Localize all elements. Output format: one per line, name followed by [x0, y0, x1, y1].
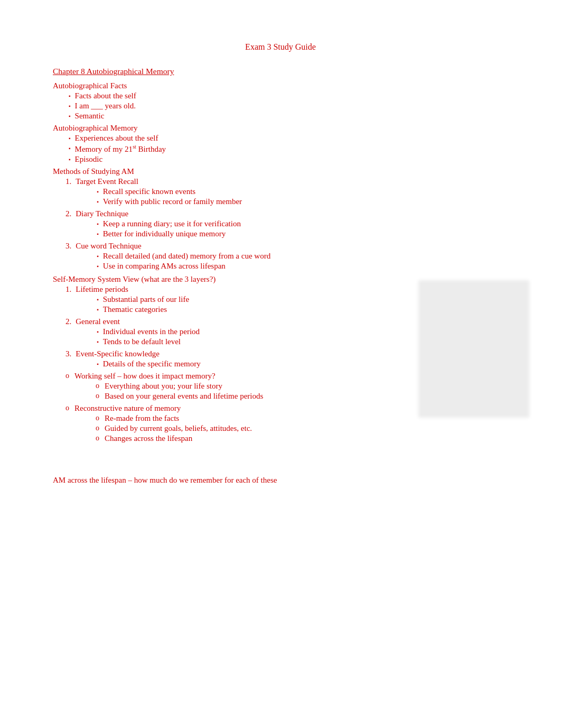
item-text: Use in comparing AMs across lifespan: [103, 262, 226, 271]
method-num-1: 1.: [66, 177, 71, 186]
bullet-icon: ▪: [69, 135, 71, 141]
bullet-icon: ▪: [69, 156, 71, 162]
bullet-icon: ▪: [97, 263, 99, 269]
item-text: Episodic: [75, 155, 103, 164]
item-text: Verify with public record or family memb…: [103, 197, 242, 206]
o-sub-marker: o: [96, 414, 99, 422]
list-item: ▪ Recall detailed (and dated) memory fro…: [97, 252, 270, 261]
bullet-icon: ▪: [69, 113, 71, 119]
o-sub-item: o Re-made from the facts: [96, 414, 252, 423]
item-text: Details of the specific memory: [103, 360, 201, 368]
item-text: Changes across the lifespan: [105, 434, 192, 443]
method-label-3: Cue word Technique: [76, 242, 141, 250]
item-text: Substantial parts of our life: [103, 295, 189, 304]
method-item-3: 3. Cue word Technique ▪ Recall detailed …: [66, 242, 508, 272]
autobiographical-facts-heading: Autobiographical Facts: [53, 81, 508, 90]
bullet-icon: ▪: [97, 361, 99, 367]
bullet-icon: ▪: [69, 103, 71, 109]
page-title: Exam 3 Study Guide: [53, 42, 508, 52]
method-label-1: Target Event Recall: [76, 177, 138, 186]
bullet-icon: ▪: [97, 307, 99, 312]
o-sub-marker: o: [96, 382, 99, 390]
layer-num-2: 2.: [66, 317, 71, 326]
o-label-2: Reconstructive nature of memory: [74, 404, 181, 412]
list-item: ▪ I am ___ years old.: [69, 102, 508, 110]
list-item: ▪ Thematic categories: [97, 305, 189, 314]
list-item: ▪ Tends to be default level: [97, 337, 200, 346]
item-text: Facts about the self: [75, 91, 136, 100]
bullet-icon: ▪: [97, 231, 99, 237]
item-text: Memory of my 21st Birthday: [75, 144, 166, 154]
o-marker-1: o: [66, 372, 69, 380]
o-marker-2: o: [66, 404, 69, 412]
list-item: ▪ Recall specific known events: [97, 187, 242, 196]
bottom-text: AM across the lifespan – how much do we …: [53, 476, 508, 485]
list-item: ▪ Experiences about the self: [69, 134, 508, 143]
item-text: Tends to be default level: [103, 337, 181, 346]
item-text: Re-made from the facts: [105, 414, 179, 423]
o-label-1: Working self – how does it impact memory…: [74, 372, 216, 380]
method-item-1: 1. Target Event Recall ▪ Recall specific…: [66, 177, 508, 207]
list-item: ▪ Memory of my 21st Birthday: [69, 144, 508, 154]
item-text: Thematic categories: [103, 305, 167, 314]
item-text: Recall detailed (and dated) memory from …: [103, 252, 270, 261]
item-text: Recall specific known events: [103, 187, 195, 196]
layer-num-1: 1.: [66, 285, 71, 294]
item-text: Semantic: [75, 112, 105, 121]
list-item: ▪ Use in comparing AMs across lifespan: [97, 262, 270, 271]
o-sub-marker: o: [96, 434, 99, 443]
list-item: ▪ Semantic: [69, 112, 508, 121]
item-text: Experiences about the self: [75, 134, 158, 143]
layer-num-3: 3.: [66, 349, 71, 358]
layer-label-2: General event: [76, 317, 120, 326]
item-text: Keep a running diary; use it for verific…: [103, 219, 241, 228]
list-item: ▪ Details of the specific memory: [97, 360, 200, 368]
o-sub-marker: o: [96, 424, 99, 432]
bullet-icon: ▪: [97, 297, 99, 302]
item-text: Everything about you; your life story: [105, 382, 222, 391]
list-item: ▪ Keep a running diary; use it for verif…: [97, 219, 241, 228]
method-item-2: 2. Diary Technique ▪ Keep a running diar…: [66, 209, 508, 239]
o-sub-item: o Everything about you; your life story: [96, 382, 263, 391]
o-sub-item: o Guided by current goals, beliefs, atti…: [96, 424, 252, 433]
list-item: ▪ Individual events in the period: [97, 327, 200, 336]
item-text: I am ___ years old.: [75, 102, 136, 110]
bullet-icon: ▪: [97, 339, 99, 345]
bullet-icon: ▪: [97, 199, 99, 205]
layer-label-3: Event-Specific knowledge: [76, 349, 160, 358]
bullet-icon: ▪: [97, 221, 99, 227]
list-item: ▪ Episodic: [69, 155, 508, 164]
bullet-icon: ▪: [97, 189, 99, 195]
o-sub-item: o Based on your general events and lifet…: [96, 392, 263, 401]
chapter-heading: Chapter 8 Autobiographical Memory: [53, 67, 508, 76]
bullet-icon: ▪: [69, 93, 71, 99]
method-label-2: Diary Technique: [76, 209, 128, 218]
item-text: Guided by current goals, beliefs, attitu…: [105, 424, 252, 433]
bullet-icon: ▪: [97, 253, 99, 259]
o-sub-marker: o: [96, 392, 99, 400]
blurred-image: [418, 280, 529, 418]
item-text: Individual events in the period: [103, 327, 200, 336]
item-text: Based on your general events and lifetim…: [105, 392, 263, 401]
list-item: ▪ Better for individually unique memory: [97, 229, 241, 238]
layer-label-1: Lifetime periods: [76, 285, 128, 293]
method-num-3: 3.: [66, 242, 71, 251]
list-item: ▪ Facts about the self: [69, 91, 508, 100]
methods-heading: Methods of Studying AM: [53, 167, 508, 176]
o-sub-item: o Changes across the lifespan: [96, 434, 252, 443]
bullet-icon: ▪: [69, 145, 71, 151]
list-item: ▪ Substantial parts of our life: [97, 295, 189, 304]
bullet-icon: ▪: [97, 329, 99, 335]
method-num-2: 2.: [66, 209, 71, 218]
item-text: Better for individually unique memory: [103, 229, 226, 238]
list-item: ▪ Verify with public record or family me…: [97, 197, 242, 206]
autobiographical-memory-heading: Autobiographical Memory: [53, 124, 508, 133]
